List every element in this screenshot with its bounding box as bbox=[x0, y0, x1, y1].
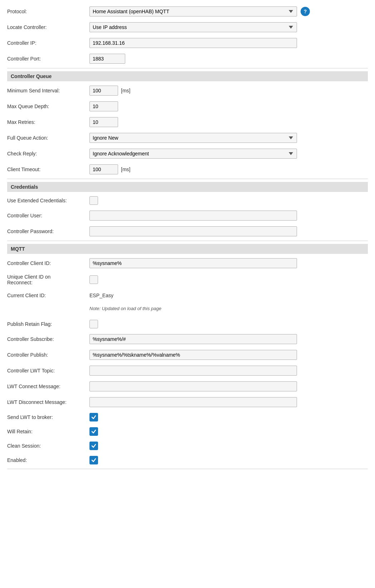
section-queue-header: Controller Queue bbox=[7, 71, 368, 81]
max-retries-label: Max Retries: bbox=[7, 119, 89, 125]
controller-client-id-input[interactable] bbox=[89, 258, 297, 268]
protocol-label: Protocol: bbox=[7, 9, 89, 14]
send-lwt-checkbox[interactable] bbox=[89, 413, 98, 421]
full-queue-select[interactable]: Ignore New bbox=[89, 133, 297, 143]
controller-client-id-label: Controller Client ID: bbox=[7, 260, 89, 266]
locate-label: Locate Controller: bbox=[7, 24, 89, 30]
min-send-label: Minimum Send Interval: bbox=[7, 88, 89, 93]
check-reply-label: Check Reply: bbox=[7, 151, 89, 156]
controller-publish-label: Controller Publish: bbox=[7, 352, 89, 358]
controller-ip-label: Controller IP: bbox=[7, 40, 89, 46]
lwt-disconnect-input[interactable] bbox=[89, 397, 297, 407]
checkmark-icon bbox=[91, 429, 96, 434]
publish-retain-checkbox[interactable] bbox=[89, 320, 98, 328]
enabled-label: Enabled: bbox=[7, 457, 89, 463]
min-send-input[interactable] bbox=[89, 86, 118, 96]
send-lwt-label: Send LWT to broker: bbox=[7, 414, 89, 420]
checkmark-icon bbox=[91, 458, 96, 463]
checkmark-icon bbox=[91, 415, 96, 420]
publish-retain-label: Publish Retain Flag: bbox=[7, 321, 89, 327]
unique-client-checkbox[interactable] bbox=[89, 275, 98, 284]
use-extended-checkbox[interactable] bbox=[89, 196, 98, 205]
clean-session-checkbox[interactable] bbox=[89, 442, 98, 450]
client-timeout-label: Client Timeout: bbox=[7, 167, 89, 172]
current-client-label: Current Client ID: bbox=[7, 293, 89, 298]
lwt-connect-input[interactable] bbox=[89, 381, 297, 391]
section-credentials-header: Credentials bbox=[7, 182, 368, 192]
clean-session-label: Clean Session: bbox=[7, 443, 89, 449]
controller-user-label: Controller User: bbox=[7, 213, 89, 218]
min-send-unit: [ms] bbox=[121, 88, 130, 93]
protocol-select[interactable]: Home Assistant (openHAB) MQTT bbox=[89, 6, 297, 16]
controller-publish-input[interactable] bbox=[89, 350, 297, 360]
controller-ip-input[interactable] bbox=[89, 38, 297, 48]
controller-password-input[interactable] bbox=[89, 226, 297, 236]
check-reply-select[interactable]: Ignore Acknowledgement bbox=[89, 149, 297, 159]
will-retain-checkbox[interactable] bbox=[89, 427, 98, 436]
max-retries-input[interactable] bbox=[89, 117, 118, 127]
current-client-note: Note: Updated on load of this page bbox=[89, 306, 161, 311]
controller-subscribe-label: Controller Subscribe: bbox=[7, 336, 89, 342]
current-client-value: ESP_Easy bbox=[89, 293, 113, 298]
section-mqtt-header: MQTT bbox=[7, 244, 368, 254]
controller-lwt-topic-label: Controller LWT Topic: bbox=[7, 368, 89, 373]
controller-subscribe-input[interactable] bbox=[89, 334, 297, 344]
use-extended-label: Use Extended Credentials: bbox=[7, 198, 89, 203]
controller-password-label: Controller Password: bbox=[7, 228, 89, 234]
lwt-connect-label: LWT Connect Message: bbox=[7, 384, 89, 389]
controller-port-input[interactable] bbox=[89, 54, 125, 64]
controller-lwt-topic-input[interactable] bbox=[89, 366, 297, 376]
max-queue-input[interactable] bbox=[89, 101, 118, 111]
client-timeout-input[interactable] bbox=[89, 164, 118, 174]
checkmark-icon bbox=[91, 443, 96, 448]
will-retain-label: Will Retain: bbox=[7, 429, 89, 434]
controller-port-label: Controller Port: bbox=[7, 56, 89, 62]
locate-select[interactable]: Use IP address bbox=[89, 22, 297, 32]
enabled-checkbox[interactable] bbox=[89, 456, 98, 464]
max-queue-label: Max Queue Depth: bbox=[7, 103, 89, 109]
client-timeout-unit: [ms] bbox=[121, 167, 130, 172]
help-button[interactable]: ? bbox=[301, 7, 310, 16]
lwt-disconnect-label: LWT Disconnect Message: bbox=[7, 399, 89, 405]
unique-client-label: Unique Client ID on Reconnect: bbox=[7, 274, 89, 285]
full-queue-label: Full Queue Action: bbox=[7, 135, 89, 141]
controller-user-input[interactable] bbox=[89, 211, 297, 221]
